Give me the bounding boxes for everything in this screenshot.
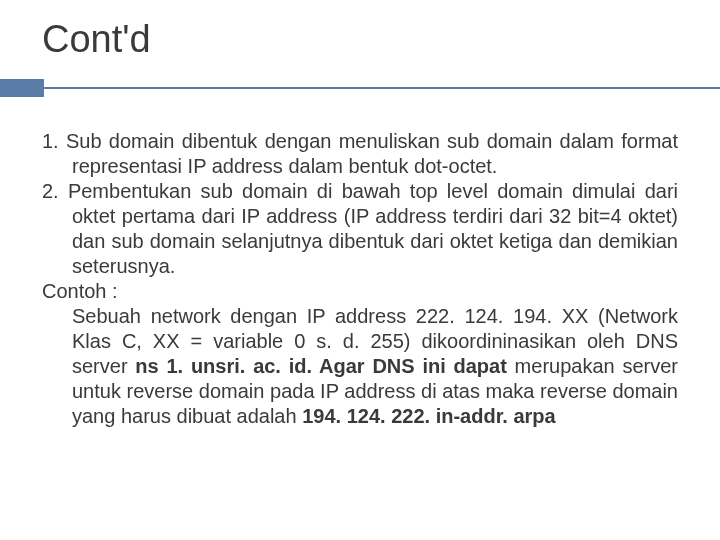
example-bold-2: 194. 124. 222. in-addr. arpa — [302, 405, 555, 427]
slide-title: Cont'd — [42, 18, 680, 61]
list-item-1: 1. Sub domain dibentuk dengan menuliskan… — [42, 129, 678, 179]
example-bold-1: ns 1. unsri. ac. id. Agar DNS ini dapat — [135, 355, 514, 377]
example-label: Contoh : — [42, 279, 678, 304]
slide: Cont'd 1. Sub domain dibentuk dengan men… — [0, 0, 720, 540]
accent-bar — [0, 79, 720, 101]
accent-line — [0, 87, 720, 89]
list-item-2: 2. Pembentukan sub domain di bawah top l… — [42, 179, 678, 279]
slide-content: 1. Sub domain dibentuk dengan menuliskan… — [40, 129, 680, 429]
example-body: Sebuah network dengan IP address 222. 12… — [42, 304, 678, 429]
accent-block — [0, 79, 44, 97]
